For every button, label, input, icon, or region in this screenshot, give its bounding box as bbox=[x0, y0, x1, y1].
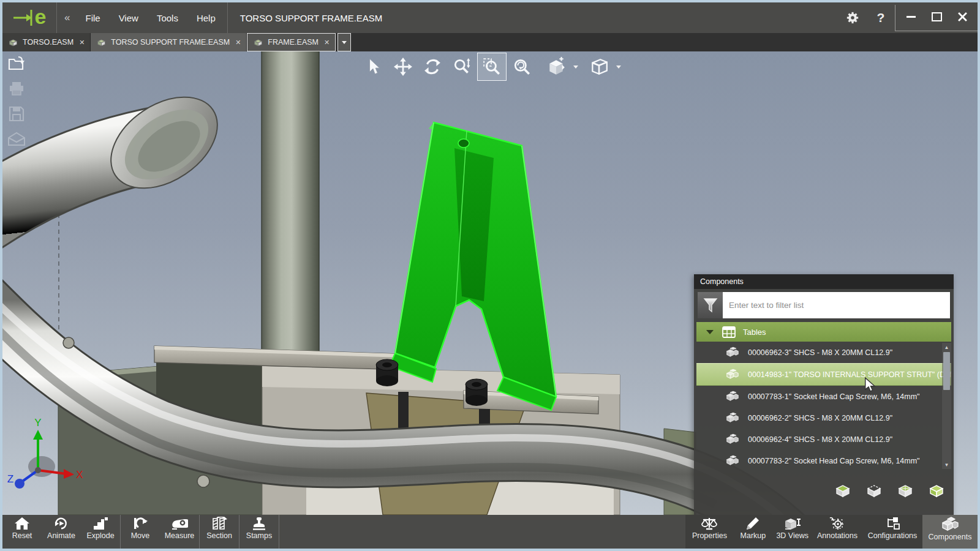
component-wireframe-icon[interactable] bbox=[897, 483, 914, 498]
part-icon bbox=[726, 433, 739, 445]
menu-help[interactable]: Help bbox=[187, 2, 225, 33]
chrome-elbow-tube-part[interactable] bbox=[2, 78, 234, 234]
tab-close-icon[interactable]: ✕ bbox=[324, 39, 330, 47]
tool-label: Properties bbox=[692, 531, 727, 540]
components-panel-title: Components bbox=[694, 274, 954, 289]
tab-close-icon[interactable]: ✕ bbox=[79, 39, 85, 47]
axis-z-label: Z bbox=[7, 473, 13, 485]
collapse-menu-chevron[interactable]: « bbox=[57, 12, 76, 24]
app-logo[interactable]: e bbox=[2, 2, 57, 33]
assembly-doc-icon bbox=[8, 38, 18, 47]
filter-button[interactable] bbox=[698, 292, 723, 318]
explode-button[interactable]: Explode bbox=[81, 515, 120, 549]
group-stamps: Stamps bbox=[239, 515, 279, 549]
minimize-button[interactable] bbox=[898, 5, 924, 29]
tool-label: Explode bbox=[86, 531, 114, 540]
maximize-button[interactable] bbox=[924, 5, 949, 29]
menu-file[interactable]: File bbox=[76, 2, 109, 33]
assembly-doc-icon bbox=[253, 38, 263, 47]
axis-x-label: X bbox=[76, 469, 83, 481]
edrawings-arrow-icon bbox=[13, 9, 34, 27]
socket-head-screw-left[interactable] bbox=[376, 359, 398, 386]
components-blocks-icon bbox=[941, 517, 959, 531]
zoom-area-tool-button[interactable] bbox=[477, 53, 507, 81]
reset-button[interactable]: Reset bbox=[2, 515, 42, 549]
view-box-tool-button[interactable] bbox=[542, 53, 570, 80]
annotations-button[interactable]: Annotations bbox=[812, 515, 862, 549]
tool-label: Section bbox=[206, 531, 232, 540]
list-item[interactable]: 00007783-1" Socket Head Cap Screw, M6, 1… bbox=[696, 386, 951, 407]
chevron-down-icon bbox=[573, 66, 578, 69]
list-item[interactable]: 00006962-3" SHCS - M8 X 20MM CL12.9" bbox=[696, 342, 951, 363]
explode-icon bbox=[92, 517, 108, 530]
component-hidden-icon[interactable] bbox=[865, 483, 883, 498]
scrollbar-thumb[interactable] bbox=[943, 352, 950, 390]
section-button[interactable]: Section bbox=[200, 515, 239, 549]
move-button[interactable]: Move bbox=[121, 515, 160, 549]
animate-button[interactable]: Animate bbox=[42, 515, 81, 549]
3d-views-button[interactable]: 3D Views bbox=[772, 515, 812, 549]
properties-button[interactable]: Properties bbox=[685, 515, 733, 549]
menu-view[interactable]: View bbox=[110, 2, 148, 33]
component-label: 00006962-2" SHCS - M8 X 20MM CL12.9" bbox=[748, 414, 892, 422]
components-button[interactable]: Components bbox=[922, 515, 978, 549]
tables-group-header[interactable]: Tables bbox=[696, 322, 951, 342]
email-icon bbox=[7, 132, 26, 146]
save-icon bbox=[9, 106, 24, 122]
filter-funnel-icon bbox=[703, 298, 718, 313]
menu-tools[interactable]: Tools bbox=[148, 2, 187, 33]
list-item[interactable]: 00006962-2" SHCS - M8 X 20MM CL12.9" bbox=[696, 407, 951, 429]
part-icon bbox=[726, 412, 739, 424]
list-item-selected[interactable]: 00014983-1" TORSO INTERNALS SUPPORT STRU… bbox=[696, 363, 951, 386]
stamps-button[interactable]: Stamps bbox=[239, 515, 279, 549]
3d-viewport[interactable]: Y X Z bbox=[2, 51, 978, 515]
configurations-tree-icon bbox=[884, 517, 900, 530]
components-list: 00006962-3" SHCS - M8 X 20MM CL12.9" 000… bbox=[696, 342, 951, 470]
filter-input[interactable] bbox=[723, 292, 950, 318]
list-item[interactable]: 00007783-2" Socket Head Cap Screw, M6, 1… bbox=[696, 450, 951, 471]
tab-overflow-button[interactable] bbox=[337, 33, 351, 51]
component-default-icon[interactable] bbox=[928, 483, 945, 498]
scroll-up-icon[interactable]: ▲ bbox=[942, 343, 951, 351]
component-shaded-icon[interactable] bbox=[834, 483, 851, 498]
group-section: Section bbox=[200, 515, 239, 549]
send-email-button[interactable] bbox=[7, 130, 26, 148]
orientation-cube-dropdown[interactable] bbox=[614, 66, 623, 69]
list-item[interactable]: 00006962-4" SHCS - M8 X 20MM CL12.9" bbox=[696, 429, 951, 450]
save-button[interactable] bbox=[7, 105, 26, 122]
socket-head-screw-right[interactable] bbox=[466, 379, 488, 406]
orientation-cube-icon bbox=[589, 57, 609, 77]
zoom-fit-tool-button[interactable] bbox=[508, 53, 536, 80]
select-tool-button[interactable] bbox=[360, 53, 388, 80]
tab-torso-easm[interactable]: TORSO.EASM ✕ bbox=[2, 33, 91, 51]
markup-pencil-icon bbox=[745, 517, 760, 530]
part-icon bbox=[726, 369, 739, 380]
3d-views-icon bbox=[783, 517, 802, 530]
zoom-tool-button[interactable] bbox=[448, 53, 476, 80]
open-file-button[interactable] bbox=[7, 55, 26, 72]
highlighted-support-strut-part[interactable] bbox=[390, 122, 556, 410]
scroll-down-icon[interactable]: ▼ bbox=[942, 460, 951, 469]
tab-torso-support-frame-easm[interactable]: TORSO SUPPORT FRAME.EASM ✕ bbox=[91, 33, 247, 51]
close-button[interactable] bbox=[949, 5, 975, 29]
view-box-dropdown[interactable] bbox=[571, 66, 580, 69]
measure-button[interactable]: Measure bbox=[160, 515, 199, 549]
orientation-cube-button[interactable] bbox=[585, 53, 613, 80]
components-scrollbar[interactable]: ▲ ▼ bbox=[942, 343, 951, 469]
print-button[interactable] bbox=[7, 80, 26, 97]
tab-close-icon[interactable]: ✕ bbox=[235, 39, 241, 47]
markup-button[interactable]: Markup bbox=[733, 515, 772, 549]
part-icon bbox=[726, 455, 739, 467]
tab-frame-easm[interactable]: FRAME.EASM ✕ bbox=[247, 33, 336, 51]
tool-label: Markup bbox=[741, 531, 766, 540]
section-icon bbox=[211, 517, 227, 530]
pan-tool-button[interactable] bbox=[389, 53, 417, 80]
settings-button[interactable] bbox=[839, 2, 867, 33]
animate-icon bbox=[53, 517, 69, 530]
expander-triangle-icon[interactable] bbox=[706, 330, 714, 334]
rotate-tool-button[interactable] bbox=[418, 53, 447, 80]
edrawings-app: e « File View Tools Help TORSO SUPPORT F… bbox=[2, 2, 978, 549]
help-button[interactable]: ? bbox=[867, 2, 895, 33]
component-label: 00006962-3" SHCS - M8 X 20MM CL12.9" bbox=[748, 348, 892, 357]
configurations-button[interactable]: Configurations bbox=[862, 515, 922, 549]
